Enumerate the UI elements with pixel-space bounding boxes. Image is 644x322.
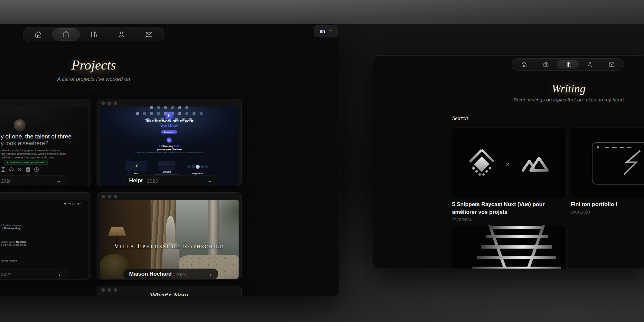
persona-body-2: ring a unique dimension to my work. Pass…: [1, 152, 66, 156]
feature-dynamic-label: Dynamic: [153, 171, 181, 173]
article-card-raycast-nuxt[interactable]: ×: [452, 128, 567, 198]
project-title: Helpr: [129, 177, 143, 184]
nav-home[interactable]: [513, 60, 535, 69]
integration-icons-row: [187, 165, 208, 169]
nav-about[interactable]: [579, 60, 601, 69]
article-title[interactable]: Fini ton portfolio !: [571, 201, 644, 208]
story-line-4: o the web. Check out all: [1, 243, 26, 246]
lang-fr[interactable]: fr: [329, 29, 332, 34]
maison-photo: Villa Ephrussi de Rothschild: [100, 200, 239, 279]
availability-text: Available for new opportunities: [10, 161, 45, 164]
page-title: Projects: [29, 57, 158, 73]
svg-text:in: in: [27, 168, 29, 171]
story-line-5: r (Vue) Projects: [1, 259, 17, 262]
helpr-tagline-2: you've used before: [97, 148, 242, 151]
nav-home[interactable]: [24, 28, 52, 41]
project-year: 2024: [1, 271, 12, 277]
helpr-logo-icon: h: [166, 112, 173, 119]
helpr-cta-wrap: Get started →: [97, 128, 242, 134]
helpr-hero-1: Take the work out of your: [97, 119, 242, 123]
arrow-right-icon[interactable]: →: [206, 271, 212, 278]
helpr-description: Designed to be fast to the last pixel, h…: [97, 152, 242, 154]
page-subtitle: Some writings on topics that are close t…: [512, 97, 625, 103]
nav-contact[interactable]: [135, 28, 163, 41]
article-card-portfolio[interactable]: [571, 128, 644, 198]
nav-projects[interactable]: [535, 60, 557, 69]
library-icon: [564, 61, 571, 68]
arrow-right-icon[interactable]: →: [55, 271, 61, 278]
project-year: 2023: [147, 178, 157, 184]
projects-page-panel: en fr Projects A list of projects I've w…: [0, 24, 339, 296]
article-title[interactable]: 5 Snippets Raycast Nuxt (Vue) pour améli…: [452, 201, 565, 216]
feature-integrations-label: Integrations: [184, 172, 211, 175]
ladder-rung: [489, 226, 544, 229]
card-footer: 2024 →: [0, 175, 67, 186]
cover-logos: ×: [452, 150, 566, 178]
screenshot-stage: en fr Projects A list of projects I've w…: [0, 0, 644, 322]
article-item: 5 Snippets Raycast Nuxt (Vue) pour améli…: [452, 201, 565, 222]
project-card-helpr[interactable]: h Take the work out of your workflow Get…: [97, 99, 242, 186]
nuxt-logo-icon: [520, 156, 551, 172]
library-icon: [90, 30, 98, 39]
nav-contact[interactable]: [601, 60, 622, 69]
story-screenshot: [0, 200, 88, 279]
persona-headline-1: y of one, the talent of three: [1, 133, 71, 140]
window-dots: [101, 101, 117, 105]
helpr-tagline-1: Unlike any tool: [97, 145, 242, 148]
raycast-logo-icon: [462, 145, 501, 184]
linkedin-icon: in: [26, 167, 31, 172]
article-item: Fini ton portfolio ! 20/10/2023: [571, 201, 644, 214]
lang-en[interactable]: en: [320, 29, 325, 34]
story-line-3-prefix: portant one is: [1, 241, 16, 243]
mail-icon: [608, 61, 615, 68]
ladder-rung: [472, 267, 561, 269]
main-nav: [23, 27, 165, 42]
lightning-icon: [622, 149, 643, 176]
story-line-1: it. I believe in a more: [1, 224, 23, 227]
briefcase-icon: [62, 30, 70, 39]
tagline-accent: tool: [174, 145, 179, 148]
feature-fast-label: Fast: [126, 172, 147, 175]
page-title: Writing: [512, 82, 626, 95]
window-dot-icon: [597, 146, 599, 148]
persona-body-3: give life to projects that captivate and…: [1, 156, 55, 159]
logo-separator: ×: [506, 161, 510, 168]
dribbble-icon: [34, 167, 39, 172]
project-card-maison[interactable]: Villa Ephrussi de Rothschild Maison Hoch…: [97, 192, 242, 279]
instagram-icon: [1, 167, 5, 172]
backdrop-top-band: [0, 0, 644, 24]
mockline-link: Mockline: [16, 241, 26, 243]
main-nav: [512, 58, 624, 71]
section-divider: [0, 87, 214, 87]
project-year: 2024: [1, 178, 12, 184]
arrow-right-icon[interactable]: →: [206, 177, 212, 184]
card-footer: 2024 →: [0, 269, 67, 279]
window-dots: [101, 288, 117, 292]
nav-writing[interactable]: [557, 60, 579, 69]
project-card-whats-new[interactable]: What's New: [97, 286, 242, 296]
nav-about[interactable]: [108, 28, 135, 41]
ladder-rung: [481, 245, 552, 249]
project-year: 2022: [175, 271, 186, 277]
tagline-prefix: Unlike any: [159, 145, 174, 148]
helpr-hero-2: workflow: [97, 123, 242, 128]
avatar: [14, 119, 25, 131]
article-date: 20/10/2023: [571, 210, 644, 214]
briefcase-icon: [543, 61, 549, 68]
person-icon: [586, 61, 593, 68]
nav-writing[interactable]: [80, 28, 108, 41]
project-title: Maison Hochard: [129, 271, 172, 277]
project-card-story-site[interactable]: ◼ Dark | ◻ Light it. I believe in a more…: [0, 192, 91, 279]
project-card-persona[interactable]: y of one, the talent of three y look els…: [0, 99, 91, 186]
card-footer: Maison Hochard 2022 →: [123, 269, 218, 279]
arrow-right-icon[interactable]: →: [55, 177, 61, 184]
card-footer: Helpr 2023 →: [123, 175, 218, 186]
feature-dynamic-tile-2: [158, 167, 175, 170]
photo-caption: Villa Ephrussi de Rothschild: [100, 242, 239, 250]
article-card-ladder[interactable]: [452, 225, 567, 269]
mail-icon: [145, 30, 153, 39]
window-frame: [592, 142, 644, 185]
nav-projects[interactable]: [52, 28, 80, 41]
story-line-3: portant one is Mockline: [1, 241, 26, 243]
feature-dynamic-tile: [158, 161, 175, 166]
